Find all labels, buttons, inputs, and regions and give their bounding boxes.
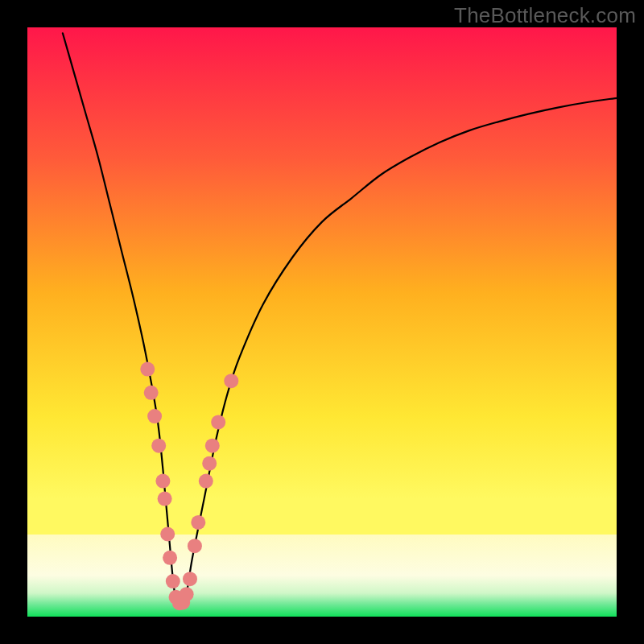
sample-point <box>166 574 180 588</box>
watermark-text: TheBottleneck.com <box>454 3 636 28</box>
sample-point <box>147 409 162 423</box>
plot-area <box>27 27 617 617</box>
sample-point <box>180 587 194 601</box>
sample-point <box>140 362 155 377</box>
sample-point <box>183 572 197 586</box>
sample-point <box>202 456 217 471</box>
sample-point <box>151 439 166 453</box>
sample-point <box>199 474 213 489</box>
chart-svg <box>0 0 644 644</box>
chart-canvas: TheBottleneck.com <box>0 0 644 644</box>
sample-point <box>224 374 238 388</box>
sample-point <box>163 551 177 565</box>
sample-point <box>158 492 172 506</box>
gradient-background <box>27 27 617 617</box>
sample-point <box>211 415 225 429</box>
sample-point <box>205 439 220 453</box>
sample-point <box>144 386 159 400</box>
sample-point <box>160 527 175 542</box>
sample-point <box>188 539 202 553</box>
sample-point <box>155 474 170 489</box>
sample-point <box>191 515 205 530</box>
